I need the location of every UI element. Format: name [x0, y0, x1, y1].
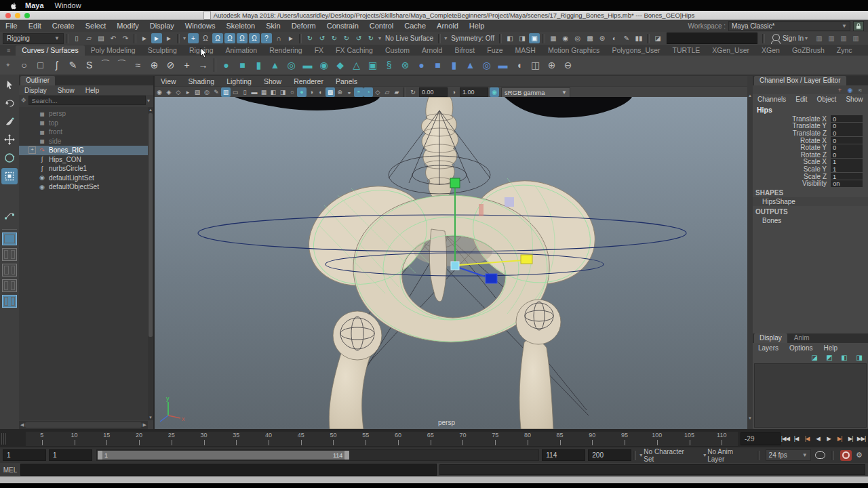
- colorspace-dropdown[interactable]: sRGB gamma ▼: [501, 87, 570, 98]
- command-input[interactable]: [20, 464, 437, 476]
- channelbox-mode-icon[interactable]: +: [835, 86, 844, 94]
- channel-value-field[interactable]: 1: [831, 173, 863, 180]
- shelf-tab[interactable]: Motion Graphics: [542, 45, 606, 56]
- window-titlebar[interactable]: Autodesk Maya 2018: /Users/lucasridley/D…: [0, 11, 868, 20]
- channel-value-field[interactable]: 1: [831, 159, 863, 165]
- shelf-tab[interactable]: Custom: [379, 45, 416, 56]
- menubar-item[interactable]: Arnold: [431, 22, 464, 30]
- shelf-tab[interactable]: Sculpting: [142, 45, 183, 56]
- shelf-tool-icon[interactable]: ◫: [528, 58, 543, 73]
- channelbox-menu-item[interactable]: Channels: [753, 96, 791, 103]
- shelf-tool-icon[interactable]: ▬: [300, 58, 315, 73]
- status-icon[interactable]: ↶: [108, 33, 119, 43]
- shelf-tab[interactable]: Fuze: [481, 45, 509, 56]
- panel-icon[interactable]: ▣: [529, 33, 540, 43]
- shelf-tab[interactable]: MASH: [509, 45, 542, 56]
- channel-value-field[interactable]: on: [831, 180, 863, 187]
- layer-action-icon[interactable]: ◨: [854, 352, 865, 363]
- chevron-down-icon[interactable]: ▾: [378, 35, 381, 41]
- viewport-toolbar-icon[interactable]: ▯: [240, 87, 250, 97]
- layer-menu-item[interactable]: Layers: [753, 344, 784, 352]
- time-tick[interactable]: 45: [285, 432, 317, 446]
- channel-row[interactable]: Rotate Z 0: [753, 151, 868, 159]
- outliner-item[interactable]: + ʃ Hips_CON: [19, 155, 148, 165]
- layout-single-pane-button[interactable]: [2, 232, 17, 245]
- channel-row[interactable]: Scale Z 1: [753, 173, 868, 180]
- viewport-toolbar-icon[interactable]: ▸: [183, 87, 193, 97]
- quick-input-field[interactable]: [667, 33, 757, 44]
- viewport-toolbar-icon[interactable]: ▬: [250, 87, 259, 97]
- manipulator-z-handle[interactable]: [486, 274, 497, 283]
- layer-menu-item[interactable]: Options: [784, 344, 818, 352]
- history-icon[interactable]: ↺: [353, 33, 364, 43]
- render-icon[interactable]: ◎: [572, 33, 583, 43]
- outliner-tab[interactable]: Outliner: [20, 76, 55, 85]
- soft-modification-tool[interactable]: [1, 207, 18, 224]
- chevron-down-icon[interactable]: ▾: [444, 35, 447, 41]
- outliner-item[interactable]: + ◼ top: [19, 119, 148, 128]
- channel-value-field[interactable]: 1: [831, 165, 863, 172]
- channel-row[interactable]: Translate Y 0: [753, 123, 868, 130]
- channel-row[interactable]: Translate Z 0: [753, 129, 868, 137]
- channel-value-field[interactable]: 0: [831, 115, 863, 122]
- shelf-tool-icon[interactable]: △: [349, 58, 364, 73]
- viewport-toolbar-icon[interactable]: ◧: [269, 87, 278, 97]
- shelf-tool-icon[interactable]: ○: [17, 58, 32, 73]
- shelf-tool-icon[interactable]: ▲: [463, 58, 478, 73]
- time-tick[interactable]: 40: [252, 432, 285, 446]
- time-slider-grip[interactable]: [1, 433, 7, 445]
- animation-end-field[interactable]: 200: [588, 449, 631, 461]
- outliner-item[interactable]: + ◼ front: [19, 127, 148, 137]
- shelf-tool-icon[interactable]: §: [382, 58, 397, 73]
- layout-custom-button[interactable]: [2, 295, 17, 308]
- shelf-tab[interactable]: XGen_User: [706, 45, 755, 56]
- layout-four-pane-button[interactable]: [2, 248, 17, 261]
- viewport-toolbar-icon[interactable]: ▦: [259, 87, 269, 97]
- layer-action-icon[interactable]: ◩: [824, 352, 835, 363]
- outliner-menu-item[interactable]: Show: [52, 87, 80, 94]
- channelbox-mode-icon[interactable]: ◉: [846, 86, 854, 94]
- gamma-field[interactable]: 1.00: [460, 87, 488, 97]
- viewport-toolbar-icon[interactable]: ◑: [307, 87, 316, 97]
- shelf-tool-icon[interactable]: ●: [414, 58, 429, 73]
- viewport-menu-item[interactable]: Lighting: [220, 77, 258, 85]
- status-icon[interactable]: ▯: [71, 33, 82, 43]
- time-tick[interactable]: 75: [479, 432, 511, 446]
- menuset-dropdown[interactable]: Rigging ▼: [3, 33, 64, 44]
- macos-app-name[interactable]: Maya: [25, 1, 44, 9]
- menubar-item[interactable]: Skin: [260, 22, 285, 30]
- scroll-down-icon[interactable]: ▼: [747, 416, 753, 420]
- playback-button[interactable]: ▶▶|: [856, 432, 867, 444]
- macos-menu-window[interactable]: Window: [55, 1, 81, 9]
- channelbox-menu-item[interactable]: Object: [812, 96, 842, 103]
- render-icon[interactable]: ▮▮: [633, 33, 644, 43]
- outliner-menu-item[interactable]: Help: [80, 87, 105, 94]
- shelf-tool-icon[interactable]: ■: [235, 58, 250, 73]
- render-icon[interactable]: ▦: [548, 33, 559, 43]
- shelf-tab[interactable]: Polygons_User: [606, 45, 666, 56]
- select-tool[interactable]: [1, 77, 18, 93]
- animation-preferences-icon[interactable]: ⚙︎: [856, 451, 863, 460]
- viewport-toolbar-icon[interactable]: ◐: [316, 87, 326, 97]
- viewport-toolbar-icon[interactable]: ▥: [221, 87, 231, 97]
- menubar-item[interactable]: Windows: [180, 22, 221, 30]
- menubar-item[interactable]: Cache: [399, 22, 431, 30]
- time-tick[interactable]: 30: [188, 432, 220, 446]
- layer-menu-item[interactable]: Help: [818, 344, 843, 352]
- close-window-button[interactable]: [5, 13, 11, 18]
- history-icon[interactable]: ↻: [329, 33, 340, 43]
- sidebar-toggle-icon[interactable]: ▥: [850, 33, 861, 43]
- shelf-tool-icon[interactable]: ⊘: [163, 58, 178, 73]
- render-icon[interactable]: ◉: [560, 33, 571, 43]
- time-tick[interactable]: 55: [349, 432, 382, 446]
- viewport-menu-item[interactable]: View: [155, 77, 182, 85]
- shelf-menu-icon[interactable]: ≡: [7, 47, 10, 54]
- channelbox-scrollbar[interactable]: ▲ ▼: [747, 76, 753, 429]
- sign-in-dropdown[interactable]: Sign In ▾: [772, 35, 809, 42]
- viewport-toolbar-icon[interactable]: ◨: [278, 87, 288, 97]
- selection-mode-icon[interactable]: ►: [139, 33, 150, 43]
- shelf-tool-icon[interactable]: →: [196, 58, 211, 73]
- scroll-up-icon[interactable]: ▲: [747, 94, 753, 98]
- shelf-tab[interactable]: Bifrost: [448, 45, 481, 56]
- menubar-item[interactable]: File: [0, 22, 23, 30]
